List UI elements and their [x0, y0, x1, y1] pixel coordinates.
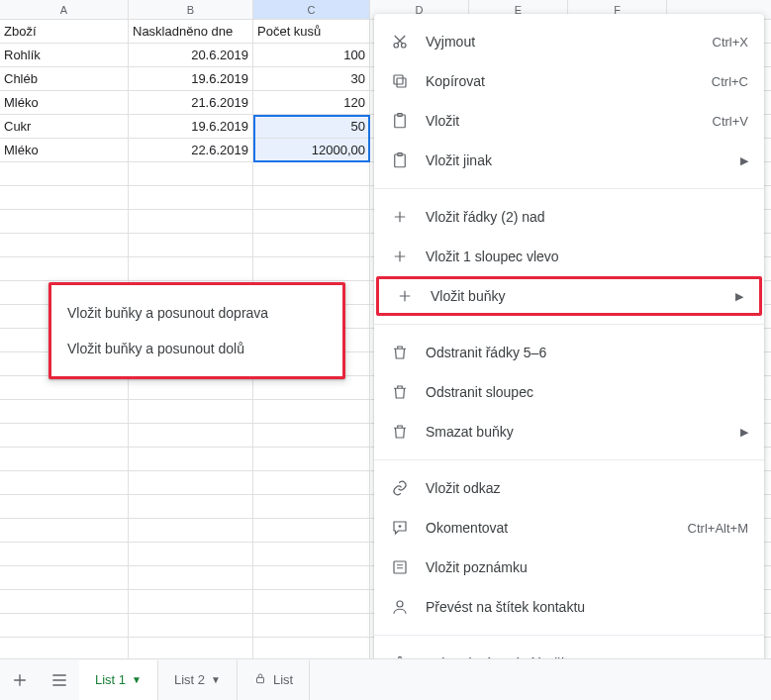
- menu-paste[interactable]: Vložit Ctrl+V: [374, 101, 764, 141]
- menu-shortcut: Ctrl+V: [713, 114, 748, 129]
- menu-shortcut: Ctrl+C: [712, 74, 748, 89]
- menu-separator: [374, 324, 764, 325]
- menu-label: Vložit buňky a posunout dolů: [67, 341, 327, 356]
- chevron-right-icon: ▶: [740, 154, 748, 167]
- cell[interactable]: Chléb: [0, 67, 129, 90]
- sheet-tab-list2[interactable]: List 2 ▼: [158, 660, 238, 700]
- cell[interactable]: Naskladněno dne: [129, 20, 253, 43]
- menu-label: Vložit 1 sloupec vlevo: [426, 249, 748, 264]
- menu-comment[interactable]: Okomentovat Ctrl+Alt+M: [374, 508, 764, 548]
- cell-selected[interactable]: 50: [253, 115, 370, 138]
- menu-shortcut: Ctrl+Alt+M: [688, 521, 748, 536]
- svg-rect-2: [397, 78, 406, 87]
- cell[interactable]: 21.6.2019: [129, 91, 253, 114]
- paste-special-icon: [390, 150, 410, 170]
- cell[interactable]: 19.6.2019: [129, 115, 253, 138]
- chevron-right-icon: ▶: [735, 290, 743, 303]
- menu-label: Vložit: [426, 113, 713, 129]
- menu-copy[interactable]: Kopírovat Ctrl+C: [374, 61, 764, 101]
- submenu-insert-cells: Vložit buňky a posunout doprava Vložit b…: [48, 282, 345, 379]
- col-header-c[interactable]: C: [253, 0, 370, 19]
- cell[interactable]: 100: [253, 44, 370, 66]
- menu-label: Kopírovat: [426, 73, 712, 89]
- svg-rect-3: [394, 75, 403, 84]
- cell[interactable]: Mléko: [0, 139, 129, 161]
- menu-insert-cells-shift-down[interactable]: Vložit buňky a posunout dolů: [51, 331, 342, 366]
- menu-label: Odstranit řádky 5–6: [426, 345, 748, 360]
- person-icon: [390, 597, 410, 617]
- trash-icon: [390, 422, 410, 442]
- add-sheet-button[interactable]: [0, 660, 40, 700]
- menu-label: Odstranit sloupec: [426, 384, 748, 400]
- note-icon: [390, 557, 410, 577]
- menu-label: Vložit jinak: [426, 152, 732, 168]
- plus-icon: [395, 286, 415, 306]
- sheet-tab-label: List 2: [174, 672, 205, 687]
- menu-delete-column[interactable]: Odstranit sloupec: [374, 372, 764, 412]
- sheet-tab-label: List 1: [95, 672, 126, 687]
- chevron-right-icon: ▶: [740, 426, 748, 439]
- menu-label: Okomentovat: [426, 520, 688, 536]
- chevron-down-icon[interactable]: ▼: [132, 674, 142, 685]
- menu-label: Smazat buňky: [426, 424, 732, 440]
- menu-insert-cells[interactable]: Vložit buňky ▶: [376, 276, 762, 316]
- cell[interactable]: 120: [253, 91, 370, 114]
- col-header-a[interactable]: A: [0, 0, 129, 19]
- sheet-tab-list1[interactable]: List 1 ▼: [79, 660, 158, 700]
- menu-label: Převést na štítek kontaktu: [426, 599, 748, 615]
- cut-icon: [390, 32, 410, 51]
- svg-rect-8: [394, 561, 406, 573]
- trash-icon: [390, 343, 410, 362]
- cell[interactable]: 19.6.2019: [129, 67, 253, 90]
- menu-insert-link[interactable]: Vložit odkaz: [374, 468, 764, 508]
- menu-label: Vložit buňky: [431, 288, 727, 304]
- cell[interactable]: Rohlík: [0, 44, 129, 66]
- cell[interactable]: 30: [253, 67, 370, 90]
- copy-icon: [390, 71, 410, 91]
- svg-point-9: [397, 601, 403, 607]
- menu-paste-special[interactable]: Vložit jinak ▶: [374, 141, 764, 180]
- menu-separator: [374, 635, 764, 636]
- cell[interactable]: 22.6.2019: [129, 139, 253, 161]
- all-sheets-button[interactable]: [40, 660, 79, 700]
- sheet-tab-label: List: [273, 672, 293, 687]
- sheet-tab-bar: List 1 ▼ List 2 ▼ List: [0, 658, 771, 700]
- cell-selected[interactable]: 12000,00: [253, 139, 370, 161]
- trash-icon: [390, 382, 410, 402]
- cell[interactable]: Mléko: [0, 91, 129, 114]
- cell[interactable]: Zboží: [0, 20, 129, 43]
- menu-label: Vložit poznámku: [426, 559, 748, 575]
- cell[interactable]: 20.6.2019: [129, 44, 253, 66]
- menu-separator: [374, 188, 764, 189]
- cell[interactable]: Počet kusů: [253, 20, 370, 43]
- menu-contact-chip[interactable]: Převést na štítek kontaktu: [374, 587, 764, 627]
- menu-label: Vložit buňky a posunout doprava: [67, 305, 327, 321]
- comment-icon: [390, 518, 410, 538]
- plus-icon: [390, 207, 410, 227]
- chevron-down-icon[interactable]: ▼: [211, 674, 221, 685]
- paste-icon: [390, 111, 410, 131]
- menu-delete-cells[interactable]: Smazat buňky ▶: [374, 412, 764, 451]
- menu-label: Vložit odkaz: [426, 480, 748, 496]
- menu-label: Vložit řádky (2) nad: [426, 209, 748, 225]
- menu-delete-rows[interactable]: Odstranit řádky 5–6: [374, 333, 764, 372]
- sheet-tab-list3[interactable]: List: [238, 660, 310, 700]
- col-header-b[interactable]: B: [129, 0, 253, 19]
- plus-icon: [390, 247, 410, 266]
- menu-insert-column[interactable]: Vložit 1 sloupec vlevo: [374, 237, 764, 276]
- cell[interactable]: Cukr: [0, 115, 129, 138]
- menu-cut[interactable]: Vyjmout Ctrl+X: [374, 22, 764, 61]
- menu-label: Vyjmout: [426, 34, 713, 50]
- menu-shortcut: Ctrl+X: [713, 35, 748, 50]
- svg-rect-13: [256, 677, 263, 682]
- context-menu: Vyjmout Ctrl+X Kopírovat Ctrl+C Vložit C…: [374, 14, 764, 691]
- link-icon: [390, 478, 410, 498]
- menu-insert-rows[interactable]: Vložit řádky (2) nad: [374, 197, 764, 237]
- lock-icon: [253, 671, 267, 688]
- menu-separator: [374, 459, 764, 460]
- menu-note[interactable]: Vložit poznámku: [374, 548, 764, 587]
- menu-insert-cells-shift-right[interactable]: Vložit buňky a posunout doprava: [51, 295, 342, 331]
